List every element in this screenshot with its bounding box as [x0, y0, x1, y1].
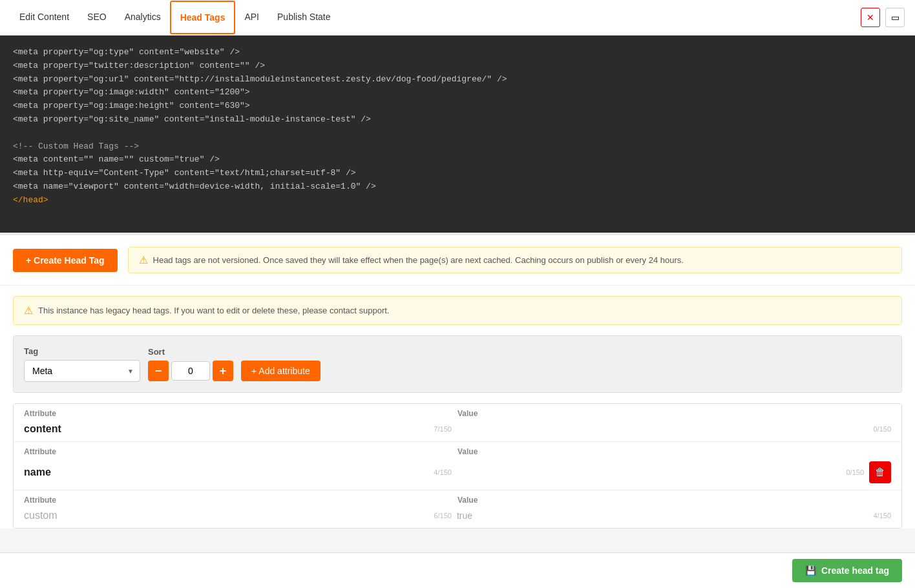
code-line-7: <meta content="" name="" custom="true" /…: [13, 153, 902, 167]
tag-form: Tag Meta Link Script Sort − + + Add attr: [13, 335, 902, 393]
code-line-end: </head>: [13, 194, 902, 207]
code-line-9: <meta name="viewport" content="width=dev…: [13, 180, 902, 194]
tag-select-wrapper: Meta Link Script: [24, 360, 140, 382]
tag-label: Tag: [24, 346, 140, 356]
nav-item-api[interactable]: API: [235, 1, 268, 34]
info-text: Head tags are not versioned. Once saved …: [153, 255, 684, 265]
attr-name-input-2[interactable]: [24, 467, 414, 478]
legacy-notice: ⚠ This instance has legacy head tags. If…: [13, 296, 902, 325]
add-attribute-button[interactable]: + Add attribute: [241, 361, 321, 381]
tag-field-group: Tag Meta Link Script: [24, 346, 140, 382]
attr-val-count-1: 0/150: [859, 425, 891, 433]
code-spacer: [13, 127, 902, 140]
attributes-table: Attribute Value 7/150 0/150 Attribute Va…: [13, 403, 902, 529]
value-col-label-2: Value: [458, 447, 891, 456]
monitor-button[interactable]: ▭: [885, 8, 905, 27]
attr-header-row-2: Attribute Value: [14, 442, 901, 459]
attr-count-3: 6/150: [419, 512, 452, 520]
code-line-5: <meta property="og:image:height" content…: [13, 100, 902, 113]
attr-header-row-1: Attribute Value: [14, 404, 901, 421]
nav-item-seo[interactable]: SEO: [78, 1, 116, 34]
attr-input-row-1: 7/150 0/150: [14, 421, 901, 441]
sort-controls: − +: [148, 361, 233, 381]
nav-item-analytics[interactable]: Analytics: [116, 1, 170, 34]
value-col-label-1: Value: [458, 409, 891, 418]
attr-input-row-3: 6/150 4/150: [14, 507, 901, 528]
bottom-bar: 💾 Create head tag: [0, 552, 915, 588]
attr-value-input-1[interactable]: [457, 424, 854, 434]
code-line-1: <meta property="og:type" content="websit…: [13, 46, 902, 59]
code-line-8: <meta http-equiv="Content-Type" content=…: [13, 167, 902, 180]
attr-header-row-3: Attribute Value: [14, 490, 901, 507]
top-navigation: Edit Content SEO Analytics Head Tags API…: [0, 0, 915, 36]
code-line-2: <meta property="twitter:description" con…: [13, 59, 902, 73]
nav-item-head-tags[interactable]: Head Tags: [170, 1, 236, 34]
tag-select[interactable]: Meta Link Script: [24, 360, 140, 382]
nav-item-edit-content[interactable]: Edit Content: [10, 1, 78, 34]
code-line-3: <meta property="og:url" content="http://…: [13, 73, 902, 87]
sort-minus-button[interactable]: −: [148, 361, 169, 381]
value-col-label-3: Value: [458, 496, 891, 505]
sort-input[interactable]: [171, 361, 210, 381]
main-content: + Create Head Tag ⚠ Head tags are not ve…: [0, 235, 915, 529]
code-line-6: <meta property="og:site_name" content="i…: [13, 113, 902, 127]
create-head-tag-label: Create head tag: [821, 565, 889, 576]
warning-icon: ⚠: [139, 254, 148, 266]
sort-plus-button[interactable]: +: [213, 361, 233, 381]
legacy-notice-text: This instance has legacy head tags. If y…: [38, 306, 389, 315]
attr-val-count-2: 0/150: [832, 468, 864, 476]
code-preview: <meta property="og:type" content="websit…: [0, 36, 915, 233]
attribute-col-label-3: Attribute: [24, 496, 458, 505]
code-line-4: <meta property="og:image:width" content=…: [13, 86, 902, 100]
code-line-comment: <!-- Custom Head Tags -->: [13, 140, 902, 154]
table-row: Attribute Value 7/150 0/150: [14, 404, 901, 442]
action-bar: + Create Head Tag ⚠ Head tags are not ve…: [0, 235, 915, 286]
attribute-col-label-1: Attribute: [24, 409, 458, 418]
info-box: ⚠ Head tags are not versioned. Once save…: [128, 247, 902, 273]
delete-attribute-button[interactable]: 🗑: [869, 461, 891, 483]
attr-name-input-3[interactable]: [24, 510, 414, 521]
attr-count-2: 4/150: [419, 468, 452, 476]
save-icon: 💾: [805, 565, 816, 576]
legacy-warning-icon: ⚠: [24, 304, 33, 317]
sort-field-group: Sort − +: [148, 347, 233, 381]
create-head-tag-button[interactable]: + Create Head Tag: [13, 249, 118, 272]
nav-item-publish-state[interactable]: Publish State: [268, 1, 340, 34]
attr-input-row-2: 4/150 0/150 🗑: [14, 459, 901, 490]
attr-value-input-2[interactable]: [457, 467, 826, 478]
attr-count-1: 7/150: [419, 425, 452, 433]
attr-val-count-3: 4/150: [859, 512, 891, 520]
table-row: Attribute Value 6/150 4/150: [14, 490, 901, 528]
attr-name-input-1[interactable]: [24, 423, 414, 435]
close-button[interactable]: ✕: [861, 8, 880, 27]
table-row: Attribute Value 4/150 0/150 🗑: [14, 442, 901, 490]
attr-value-input-3[interactable]: [457, 510, 854, 521]
attribute-col-label-2: Attribute: [24, 447, 458, 456]
sort-label: Sort: [148, 347, 233, 357]
create-head-tag-submit-button[interactable]: 💾 Create head tag: [792, 559, 902, 582]
